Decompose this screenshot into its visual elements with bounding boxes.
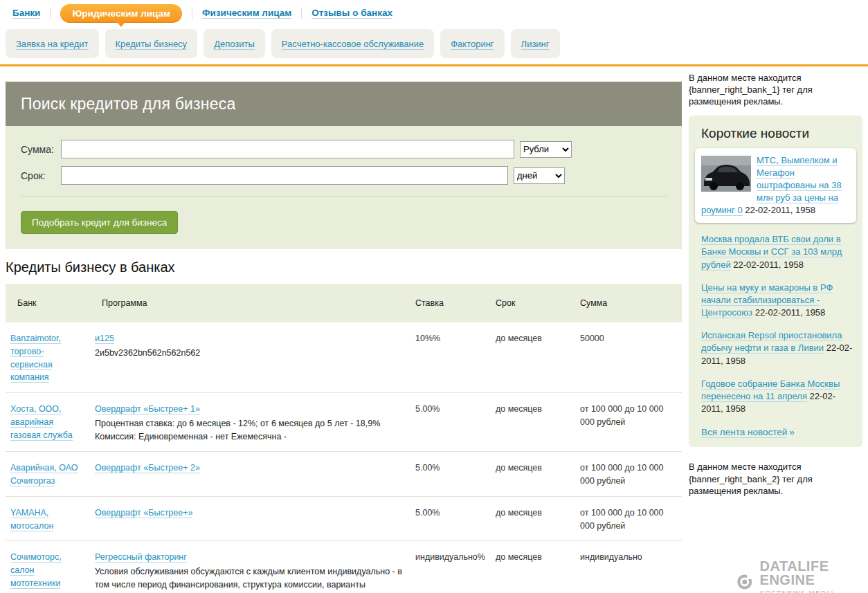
bank-link[interactable]: Banzaimotor, торгово-сервисная компания [10,334,61,383]
program-link[interactable]: Регрессный факторинг [95,552,187,563]
datalife-engine-logo: DATALIFE ENGINE SOFTNEWS MEDIA GROUP [736,559,862,593]
nav-item-legal-entities-active[interactable]: Юридическим лицам [60,4,182,23]
sub-navigation: Заявка на кредит Кредиты бизнесу Депозит… [0,29,868,58]
banner-placeholder-1: В данном месте находится {banner_right_b… [689,72,862,107]
subnav-label: Депозиты [214,39,255,50]
table-row: YAMAHA, мотосалон Овердрафт «Быстрее+» 5… [6,497,682,542]
program-description: Процентная ставка: до 6 месяцев - 12%; о… [95,417,404,444]
rate-value: индивидуально% [415,551,496,593]
search-panel-title: Поиск кредитов для бизнеса [6,82,682,126]
subnav-label: Факторинг [451,39,494,50]
col-header-program: Программа [95,298,415,308]
term-label: Срок: [21,170,61,181]
program-link[interactable]: Овердрафт «Быстрее+» [95,508,192,518]
logo-title: DATALIFE ENGINE [760,559,862,587]
program-link[interactable]: Овердрафт «Быстрее+ 1» [95,404,200,414]
rate-value: 10%% [415,332,496,384]
rate-value: 5.00% [415,462,496,488]
nav-separator [301,8,302,19]
rate-value: 5.00% [415,403,496,443]
bank-link[interactable]: Аварийная, ОАО Сочигоргаз [10,463,78,486]
table-row: Сочимоторс, салон мототехники Регрессный… [6,541,682,593]
main-content: Поиск кредитов для бизнеса Сумма: Рубли … [6,66,682,593]
short-news-title: Короткие новости [701,126,856,141]
table-row: Хоста, ООО, аварийная газовая служба Ове… [6,393,682,452]
program-description: 2и5bv2362bn562n562n562 [95,347,404,360]
term-value: до месяцев [496,403,580,443]
amount-value: от 100 000 до 10 000 000 рублей [580,507,682,533]
bank-link[interactable]: Хоста, ООО, аварийная газовая служба [10,404,73,441]
banner-placeholder-2: В данном месте находится {banner_right_b… [689,461,862,496]
program-link[interactable]: Овердрафт «Быстрее+ 2» [95,463,200,473]
amount-value: 50000 [580,332,682,384]
program-description: Условия обслуживания обсуждаются с кажды… [95,565,404,593]
news-card: МТС, Вымпелком и Мегафон оштрафованы на … [695,148,856,223]
term-value: до месяцев [496,332,580,384]
col-header-bank: Банк [6,298,95,308]
term-unit-select[interactable]: дней [514,167,565,184]
table-header-row: Банк Программа Ставка Срок Сумма [6,284,682,322]
find-credit-button[interactable]: Подобрать кредит для бизнеса [21,211,178,234]
subnav-deposits[interactable]: Депозиты [204,29,265,58]
table-row: Аварийная, ОАО Сочигоргаз Овердрафт «Быс… [6,452,682,497]
program-link[interactable]: и125 [95,334,114,344]
datalife-eye-icon [736,571,754,593]
news-date: 22-02-2011, 1958 [745,205,815,215]
amount-label: Сумма: [21,144,61,155]
col-header-term: Срок [496,298,580,308]
subnav-label: Кредиты бизнесу [116,39,188,50]
bank-link[interactable]: YAMAHA, мотосалон [10,508,53,531]
sidebar: В данном месте находится {banner_right_b… [689,66,862,592]
term-value: до месяцев [496,462,580,488]
subnav-cash-services[interactable]: Расчетно-кассовое обслуживание [271,29,434,58]
credits-table: Банк Программа Ставка Срок Сумма Banzaim… [6,284,682,593]
currency-select[interactable]: Рубли [520,141,572,158]
nav-item-bank-reviews[interactable]: Отзывы о банках [311,8,392,19]
amount-value: индивидуально [580,551,682,593]
col-header-rate: Ставка [415,298,496,308]
subnav-label: Расчетно-кассовое обслуживание [282,39,424,50]
amount-input[interactable] [61,140,514,158]
subnav-factoring[interactable]: Факторинг [440,29,504,58]
amount-value: от 100 000 до 10 000 000 рублей [580,403,682,443]
all-news-arrow: » [789,427,795,437]
credit-search-panel: Поиск кредитов для бизнеса Сумма: Рубли … [6,82,682,249]
news-thumbnail-car[interactable] [701,156,751,192]
subnav-loan-application[interactable]: Заявка на кредит [6,29,99,58]
search-form: Сумма: Рубли Срок: дней Подобрать кредит… [6,126,682,249]
nav-separator [50,8,51,19]
news-item: Цены на муку и макароны в РФ начали стаб… [701,282,853,320]
table-row: Banzaimotor, торгово-сервисная компания … [6,322,682,393]
subnav-business-loans[interactable]: Кредиты бизнесу [105,29,198,58]
rate-value: 5.00% [415,507,496,533]
bank-link[interactable]: Сочимоторс, салон мототехники [10,552,62,589]
results-section-title: Кредиты бизнесу в банках [6,259,682,275]
term-value: до месяцев [496,507,580,533]
short-news-box: Короткие новости МТС, Вымпелком и Мегафо… [689,116,862,447]
term-value: до месяцев [496,551,580,593]
news-date: 22-02-2011, 1958 [733,259,804,270]
subnav-leasing[interactable]: Лизинг [511,29,560,58]
subnav-label: Заявка на кредит [16,39,89,50]
all-news-link[interactable]: Вся лента новостей [701,427,787,438]
news-item: Москва продала ВТБ свои доли в Банке Мос… [701,233,853,271]
col-header-amount: Сумма [580,298,682,308]
amount-value: от 100 000 до 10 000 000 рублей [580,462,682,488]
nav-separator [192,8,192,19]
news-link[interactable]: Испанская Repsol приостановила добычу не… [701,330,842,354]
nav-item-banks[interactable]: Банки [12,8,40,19]
nav-item-individuals[interactable]: Физическим лицам [202,8,291,19]
subnav-label: Лизинг [521,39,550,50]
news-date: 22-02-2011, 1958 [755,307,826,318]
term-input[interactable] [61,166,508,185]
logo-subtitle: SOFTNEWS MEDIA GROUP [760,589,862,593]
top-navigation: Банки Юридическим лицам Физическим лицам… [0,0,868,26]
news-item: Испанская Repsol приостановила добычу не… [701,329,853,367]
news-item: Годовое собрание Банка Москвы перенесено… [701,378,853,416]
